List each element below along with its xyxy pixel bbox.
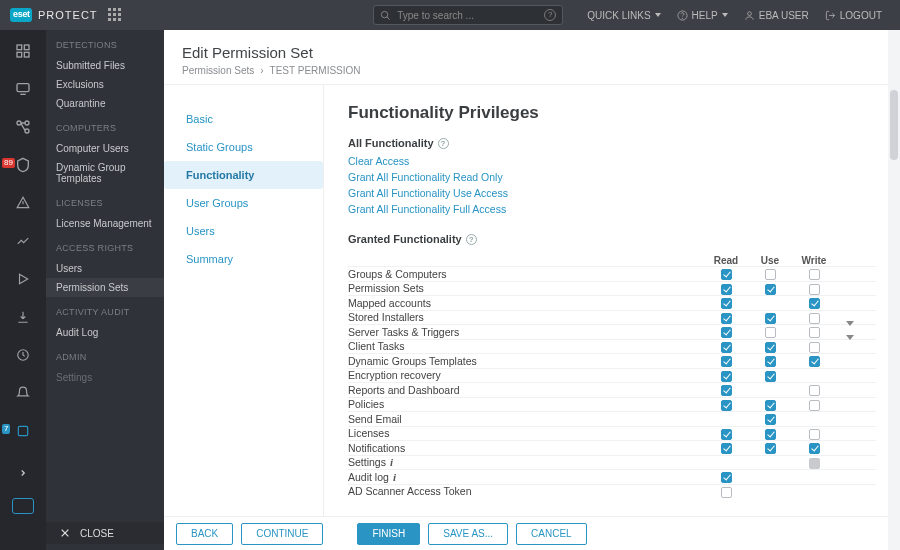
row-label: Reports and Dashboard: [348, 384, 704, 396]
subnav-item[interactable]: Settings: [56, 368, 154, 387]
help-icon[interactable]: ?: [438, 138, 449, 149]
checkbox[interactable]: [765, 356, 776, 367]
checkbox[interactable]: [721, 443, 732, 454]
col-read: Read: [704, 255, 748, 266]
checkbox[interactable]: [721, 371, 732, 382]
logout-icon: [825, 10, 836, 21]
rail-alerts[interactable]: [0, 188, 46, 218]
checkbox[interactable]: [721, 269, 732, 280]
rail-notifications[interactable]: [0, 378, 46, 408]
content-area: Functionality Privileges All Functionali…: [324, 85, 900, 516]
subnav-item[interactable]: Dynamic Group Templates: [56, 158, 154, 188]
help-icon[interactable]: ?: [466, 234, 477, 245]
checkbox[interactable]: [721, 400, 732, 411]
rail-expand-arrow[interactable]: [0, 458, 46, 488]
breadcrumb-separator: ›: [260, 65, 263, 76]
checkbox[interactable]: [765, 313, 776, 324]
checkbox[interactable]: [721, 487, 732, 498]
rail-computers[interactable]: [0, 74, 46, 104]
checkbox[interactable]: [765, 284, 776, 295]
rail-reports[interactable]: [0, 226, 46, 256]
back-button[interactable]: BACK: [176, 523, 233, 545]
rail-detections[interactable]: 89: [0, 150, 46, 180]
functionality-row: Licenses: [348, 426, 876, 441]
quick-action-link[interactable]: Grant All Functionality Read Only: [348, 171, 876, 183]
scrollbar[interactable]: [888, 30, 900, 550]
checkbox[interactable]: [809, 284, 820, 295]
checkbox[interactable]: [809, 458, 820, 469]
logout-link[interactable]: LOGOUT: [825, 10, 882, 21]
checkbox[interactable]: [721, 429, 732, 440]
checkbox[interactable]: [721, 356, 732, 367]
rail-tasks[interactable]: [0, 264, 46, 294]
breadcrumb-root[interactable]: Permission Sets: [182, 65, 254, 76]
checkbox[interactable]: [809, 327, 820, 338]
checkbox[interactable]: [809, 385, 820, 396]
functionality-row: Dynamic Groups Templates: [348, 353, 876, 368]
rail-presentation-icon[interactable]: [12, 498, 34, 514]
wizard-step[interactable]: User Groups: [174, 189, 313, 217]
info-icon[interactable]: i: [390, 456, 393, 468]
info-icon[interactable]: i: [393, 471, 396, 483]
subnav-item[interactable]: Computer Users: [56, 139, 154, 158]
expand-toggle[interactable]: [846, 340, 854, 352]
subnav-item[interactable]: Exclusions: [56, 75, 154, 94]
apps-icon[interactable]: [108, 8, 122, 22]
checkbox[interactable]: [721, 298, 732, 309]
wizard-step[interactable]: Users: [174, 217, 313, 245]
subnav-item[interactable]: Permission Sets: [46, 278, 164, 297]
wizard-step[interactable]: Static Groups: [174, 133, 313, 161]
checkbox[interactable]: [809, 313, 820, 324]
wizard-step[interactable]: Summary: [174, 245, 313, 273]
checkbox[interactable]: [721, 327, 732, 338]
subnav-item[interactable]: Quarantine: [56, 94, 154, 113]
rail-dashboard[interactable]: [0, 36, 46, 66]
search-help-icon[interactable]: ?: [544, 9, 556, 21]
user-menu[interactable]: EBA USER: [744, 10, 809, 21]
checkbox[interactable]: [765, 414, 776, 425]
checkbox[interactable]: [809, 443, 820, 454]
rail-blue[interactable]: 7: [0, 416, 46, 446]
checkbox[interactable]: [765, 371, 776, 382]
continue-button[interactable]: CONTINUE: [241, 523, 323, 545]
checkbox[interactable]: [765, 342, 776, 353]
help-menu[interactable]: HELP: [677, 10, 728, 21]
subnav-item[interactable]: Audit Log: [56, 323, 154, 342]
checkbox[interactable]: [721, 472, 732, 483]
checkbox[interactable]: [765, 429, 776, 440]
quick-action-link[interactable]: Clear Access: [348, 155, 876, 167]
checkbox[interactable]: [721, 385, 732, 396]
checkbox[interactable]: [809, 342, 820, 353]
checkbox[interactable]: [765, 443, 776, 454]
save-as-button[interactable]: SAVE AS...: [428, 523, 508, 545]
subnav-close[interactable]: CLOSE: [46, 522, 164, 544]
finish-button[interactable]: FINISH: [357, 523, 420, 545]
subnav-item[interactable]: License Management: [56, 214, 154, 233]
scrollbar-thumb[interactable]: [890, 90, 898, 160]
checkbox[interactable]: [809, 429, 820, 440]
wizard-step[interactable]: Basic: [174, 105, 313, 133]
checkbox[interactable]: [765, 269, 776, 280]
checkbox[interactable]: [721, 342, 732, 353]
wizard-step[interactable]: Functionality: [164, 161, 323, 189]
checkbox[interactable]: [809, 356, 820, 367]
quick-action-link[interactable]: Grant All Functionality Use Access: [348, 187, 876, 199]
svg-rect-7: [24, 45, 29, 50]
footer-buttons: BACK CONTINUE FINISH SAVE AS... CANCEL: [164, 516, 900, 550]
checkbox[interactable]: [765, 400, 776, 411]
checkbox[interactable]: [721, 313, 732, 324]
subnav-item[interactable]: Users: [56, 259, 154, 278]
search-input[interactable]: Type to search ... ?: [373, 5, 563, 25]
checkbox[interactable]: [809, 400, 820, 411]
rail-policies[interactable]: [0, 340, 46, 370]
checkbox[interactable]: [809, 298, 820, 309]
quick-links-menu[interactable]: QUICK LINKS: [587, 10, 660, 21]
rail-installers[interactable]: [0, 302, 46, 332]
quick-action-link[interactable]: Grant All Functionality Full Access: [348, 203, 876, 215]
checkbox[interactable]: [765, 327, 776, 338]
rail-network[interactable]: [0, 112, 46, 142]
checkbox[interactable]: [721, 284, 732, 295]
subnav-item[interactable]: Submitted Files: [56, 56, 154, 75]
cancel-button[interactable]: CANCEL: [516, 523, 587, 545]
checkbox[interactable]: [809, 269, 820, 280]
